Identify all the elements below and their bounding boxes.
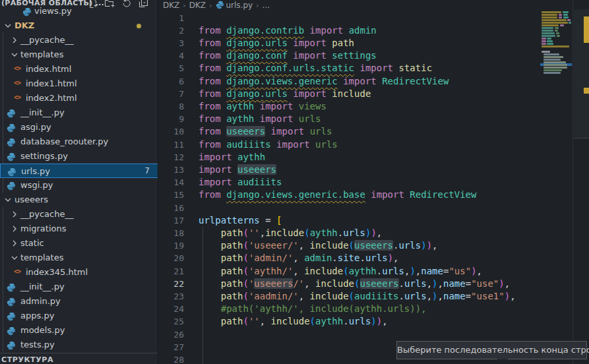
code-line[interactable]: 5from django.conf.urls.static import sta… <box>159 62 589 75</box>
line-number[interactable]: 17 <box>159 214 184 227</box>
code-line[interactable]: 12import aythh <box>159 151 589 164</box>
tree-item-admin-py[interactable]: admin.py <box>0 294 158 309</box>
tree-item-index1-html[interactable]: <>index1.html <box>0 76 158 91</box>
line-number[interactable]: 15 <box>159 189 184 201</box>
code-line[interactable]: 26 <box>159 328 589 342</box>
code-line[interactable]: 11from audiiits import urls <box>159 138 589 152</box>
code-line[interactable]: 24 #path('aythh/', include(aythh.urls)), <box>159 303 589 316</box>
line-number[interactable]: 9 <box>159 113 184 125</box>
code-line[interactable]: 6from django.views.generic import Redire… <box>159 75 589 88</box>
warning-marker <box>584 16 589 43</box>
tree-item-index2-html[interactable]: <>index2.html <box>0 91 158 106</box>
tree-item-static[interactable]: static <box>0 236 158 251</box>
code-line[interactable]: 23 path('aadmin/', include(audiiits.urls… <box>159 290 589 303</box>
tree-item-database-roouter-py[interactable]: database_roouter.py <box>0 135 158 149</box>
minimap-line <box>547 40 553 42</box>
chevron-down-icon[interactable] <box>9 253 20 263</box>
code-line[interactable]: 3from django.urls import path <box>159 37 589 50</box>
code-line[interactable]: 2from django.contrib import admin <box>159 24 589 38</box>
chevron-down-icon[interactable] <box>3 20 13 31</box>
tree-item--init-py[interactable]: __init__.py <box>0 106 158 120</box>
outline-section-header[interactable]: СТРУКТУРА <box>0 353 158 364</box>
tree-item-useeers[interactable]: useeers <box>0 193 158 207</box>
code-area[interactable]: 12from django.contrib import admin3from … <box>159 0 589 364</box>
overview-ruler[interactable] <box>573 0 589 364</box>
line-number[interactable]: 1 <box>159 12 184 24</box>
minimap-line <box>542 32 555 34</box>
line-number[interactable]: 25 <box>159 315 184 328</box>
line-number[interactable]: 7 <box>159 88 184 100</box>
line-number[interactable]: 22 <box>159 278 184 290</box>
code-line[interactable]: 21 path('aythh/', include(aythh.urls,),n… <box>159 265 589 278</box>
tree-item-wsgi-py[interactable]: wsgi.py <box>0 178 158 193</box>
line-number[interactable]: 27 <box>159 341 184 353</box>
code-line[interactable]: 19 path('useeer/', include(useeers.urls)… <box>159 239 589 253</box>
code-line[interactable]: 22 path('useeers/', include(useeers.urls… <box>159 278 589 291</box>
line-number[interactable]: 8 <box>159 100 184 113</box>
tree-item-templates[interactable]: templates <box>0 251 158 265</box>
tree-item-templates[interactable]: templates <box>0 47 158 62</box>
tree-item-dkz[interactable]: DKZ <box>0 18 158 33</box>
code-line[interactable]: 10from useeers import urls <box>159 125 589 138</box>
line-number[interactable]: 13 <box>159 164 184 176</box>
code-line[interactable]: 14import audiiits <box>159 176 589 189</box>
line-number[interactable]: 12 <box>159 151 184 164</box>
line-number[interactable]: 20 <box>159 252 184 264</box>
line-number[interactable]: 16 <box>159 202 184 214</box>
minimap[interactable] <box>540 4 572 149</box>
line-number[interactable]: 10 <box>159 125 184 138</box>
tree-item--pycache-[interactable]: __pycache__ <box>0 207 158 222</box>
line-number[interactable]: 14 <box>159 176 184 189</box>
line-number[interactable]: 28 <box>159 353 184 364</box>
line-number[interactable]: 5 <box>159 62 184 75</box>
code-line[interactable]: 25 path('', include(aythh.urls)), <box>159 315 589 328</box>
tree-item-asgi-py[interactable]: asgi.py <box>0 120 158 135</box>
tree-item-apps-py[interactable]: apps.py <box>0 309 158 323</box>
line-number[interactable]: 23 <box>159 290 184 303</box>
line-number[interactable]: 18 <box>159 227 184 239</box>
line-number[interactable]: 3 <box>159 37 184 49</box>
code-line[interactable]: 4from django.conf import settings <box>159 49 589 63</box>
tree-item--pycache-[interactable]: __pycache__ <box>0 33 158 47</box>
tree-item-label: index2.html <box>26 93 77 103</box>
code-line[interactable]: 9from aythh import urls <box>159 113 589 126</box>
tree-item-index345-html[interactable]: <>index345.html <box>0 265 158 280</box>
code-line[interactable]: 20 path('admin/', admin.site.urls), <box>159 252 589 265</box>
chevron-right-icon[interactable] <box>9 35 20 46</box>
tree-item-tests-py[interactable]: tests.py <box>0 338 158 352</box>
code-line[interactable]: 8from aythh import views <box>159 100 589 113</box>
line-number[interactable]: 24 <box>159 303 184 315</box>
editor-pane[interactable]: DKZ › DKZ › urls.py › ... 12from django.… <box>159 0 589 364</box>
line-number[interactable]: 2 <box>159 24 184 37</box>
line-number[interactable]: 26 <box>159 328 184 341</box>
code-line[interactable]: 18 path('',include(aythh.urls)), <box>159 227 589 240</box>
tree-item-views-py[interactable]: views.py <box>0 4 158 18</box>
line-number[interactable]: 4 <box>159 49 184 62</box>
code-line[interactable]: 17urlpatterns = [ <box>159 214 589 228</box>
python-icon <box>7 282 16 291</box>
code-line[interactable]: 7from django.urls import include <box>159 88 589 101</box>
chevron-right-icon[interactable] <box>9 238 20 249</box>
code-line[interactable]: 16 <box>159 202 589 215</box>
chevron-right-icon[interactable] <box>9 209 20 220</box>
code-line-text: from aythh import urls <box>199 113 321 125</box>
tree-item-index-html[interactable]: <>index.html <box>0 62 158 76</box>
tree-item-settings-py[interactable]: settings.py <box>0 149 158 164</box>
indent-guide <box>202 227 203 364</box>
line-number[interactable]: 19 <box>159 239 184 252</box>
chevron-down-icon[interactable] <box>9 49 20 60</box>
code-line[interactable]: 1 <box>159 12 589 25</box>
code-line[interactable]: 15from django.views.generic.base import … <box>159 189 589 202</box>
tree-item-migrations[interactable]: migrations <box>0 222 158 236</box>
tree-item--init-py[interactable]: __init__.py <box>0 280 158 294</box>
code-line[interactable]: 13import useeers <box>159 164 589 177</box>
chevron-down-icon[interactable] <box>3 195 13 205</box>
chevron-right-icon[interactable] <box>9 224 20 234</box>
tree-item-urls-py[interactable]: urls.py7 <box>0 164 158 178</box>
tree-item-label: migrations <box>20 224 67 233</box>
minimap-line <box>543 56 563 58</box>
line-number[interactable]: 21 <box>159 265 184 278</box>
tree-item-models-py[interactable]: models.py <box>0 323 158 338</box>
line-number[interactable]: 6 <box>159 75 184 88</box>
line-number[interactable]: 11 <box>159 138 184 151</box>
